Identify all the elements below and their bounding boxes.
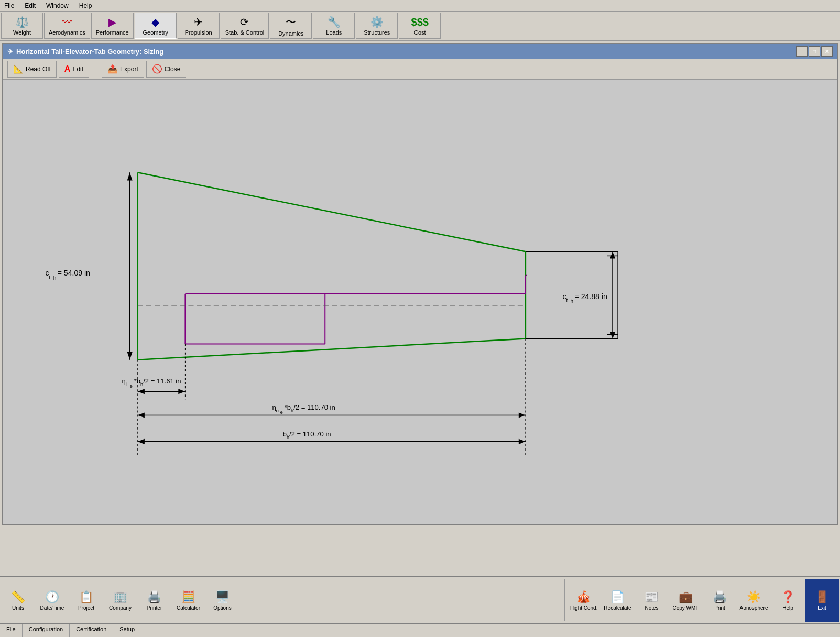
perf-icon: ▶ bbox=[108, 16, 116, 28]
bottom-toolbar: 📏 Units 🕐 Date/Time 📋 Project 🏢 Company … bbox=[0, 576, 840, 623]
company-button[interactable]: 🏢 Company bbox=[103, 579, 137, 622]
units-button[interactable]: 📏 Units bbox=[1, 579, 35, 622]
tab-geo-label: Geometry bbox=[143, 29, 168, 36]
printer-icon: 🖨️ bbox=[147, 590, 161, 604]
notes-icon: 📰 bbox=[645, 590, 659, 604]
dyn-icon: 〜 bbox=[286, 15, 296, 29]
status-tab-certification[interactable]: Certification bbox=[70, 624, 113, 637]
tab-prop-label: Propulsion bbox=[185, 29, 212, 36]
menu-help[interactable]: Help bbox=[77, 2, 94, 9]
calculator-icon: 🧮 bbox=[181, 590, 195, 604]
print-icon: 🖨️ bbox=[713, 590, 727, 604]
tab-stab-control[interactable]: ⟳ Stab. & Control bbox=[221, 13, 269, 39]
exit-icon: 🚪 bbox=[815, 590, 829, 604]
window-controls: _ □ ✕ bbox=[796, 46, 833, 57]
menu-file[interactable]: File bbox=[2, 2, 16, 9]
copy-wmf-icon: 💼 bbox=[679, 590, 693, 604]
svg-text:ηo: ηo bbox=[272, 403, 279, 413]
tab-performance[interactable]: ▶ Performance bbox=[91, 13, 134, 39]
window-titlebar: ✈ Horizontal Tail-Elevator-Tab Geometry:… bbox=[3, 44, 837, 59]
tab-loads-label: Loads bbox=[326, 29, 342, 36]
tab-perf-label: Performance bbox=[96, 29, 129, 36]
project-button[interactable]: 📋 Project bbox=[69, 579, 103, 622]
calculator-button[interactable]: 🧮 Calculator bbox=[171, 579, 205, 622]
tab-cost[interactable]: $$$ Cost bbox=[399, 13, 441, 39]
svg-marker-31 bbox=[178, 389, 185, 394]
svg-marker-10 bbox=[610, 251, 615, 258]
svg-marker-43 bbox=[519, 439, 526, 444]
recalculate-button[interactable]: 📄 Recalculate bbox=[601, 579, 635, 622]
drawing-area: cr h = 54.09 in ct h = 24.88 in ηi e *bh… bbox=[3, 80, 837, 524]
edit-button[interactable]: A Edit bbox=[59, 61, 89, 78]
svg-line-1 bbox=[138, 172, 526, 251]
read-off-button[interactable]: 📐 Read Off bbox=[7, 61, 57, 78]
printer-label: Printer bbox=[147, 605, 162, 611]
status-tab-file[interactable]: File bbox=[0, 624, 23, 637]
close-label: Close bbox=[165, 65, 181, 73]
toolbar: 📐 Read Off A Edit 📤 Export 🚫 Close bbox=[3, 59, 837, 80]
svg-text:h: h bbox=[570, 299, 573, 304]
svg-marker-42 bbox=[138, 439, 145, 444]
options-button[interactable]: 🖥️ Options bbox=[205, 579, 239, 622]
copy-wmf-label: Copy WMF bbox=[673, 605, 699, 611]
stab-icon: ⟳ bbox=[240, 16, 249, 28]
help-icon: ❓ bbox=[781, 590, 795, 604]
flight-cond-button[interactable]: 🎪 Flight Cond. bbox=[566, 579, 601, 622]
tab-bar: ⚖️ Weight 〰 Aerodynamics ▶ Performance ◆… bbox=[0, 12, 840, 41]
tab-structures[interactable]: ⚙️ Structures bbox=[356, 13, 398, 39]
printer-button[interactable]: 🖨️ Printer bbox=[137, 579, 171, 622]
minimize-button[interactable]: _ bbox=[796, 46, 808, 57]
export-icon: 📤 bbox=[107, 64, 118, 74]
svg-line-2 bbox=[138, 338, 526, 359]
exit-button[interactable]: 🚪 Exit bbox=[805, 579, 839, 622]
company-label: Company bbox=[109, 605, 132, 611]
project-label: Project bbox=[78, 605, 94, 611]
maximize-button[interactable]: □ bbox=[809, 46, 820, 57]
tab-weight-label: Weight bbox=[13, 29, 31, 36]
copy-wmf-button[interactable]: 💼 Copy WMF bbox=[669, 579, 703, 622]
atmosphere-button[interactable]: ☀️ Atmosphere bbox=[737, 579, 771, 622]
tab-weight[interactable]: ⚖️ Weight bbox=[1, 13, 43, 39]
options-icon: 🖥️ bbox=[215, 590, 230, 604]
svg-marker-37 bbox=[519, 412, 526, 418]
read-off-label: Read Off bbox=[26, 65, 51, 73]
loads-icon: 🔧 bbox=[328, 16, 341, 28]
tab-dynamics[interactable]: 〜 Dynamics bbox=[270, 13, 312, 39]
svg-text:*bh/2 = 110.70 in: *bh/2 = 110.70 in bbox=[285, 403, 335, 413]
status-tab-setup[interactable]: Setup bbox=[113, 624, 141, 637]
help-label: Help bbox=[782, 605, 793, 611]
geo-icon: ◆ bbox=[151, 16, 159, 28]
window-icon: ✈ bbox=[7, 48, 13, 56]
tab-loads[interactable]: 🔧 Loads bbox=[313, 13, 355, 39]
svg-text:e: e bbox=[130, 383, 133, 389]
close-window-button[interactable]: 🚫 Close bbox=[146, 61, 187, 78]
tab-struct-label: Structures bbox=[364, 29, 390, 36]
edit-label: Edit bbox=[72, 65, 83, 73]
svg-marker-21 bbox=[127, 172, 133, 180]
datetime-button[interactable]: 🕐 Date/Time bbox=[35, 579, 69, 622]
notes-label: Notes bbox=[645, 605, 658, 611]
menu-window[interactable]: Window bbox=[44, 2, 71, 9]
units-label: Units bbox=[12, 605, 24, 611]
tab-aero-label: Aerodynamics bbox=[49, 29, 85, 36]
read-off-icon: 📐 bbox=[13, 64, 24, 74]
print-button[interactable]: 🖨️ Print bbox=[703, 579, 737, 622]
tab-geometry[interactable]: ◆ Geometry bbox=[135, 13, 177, 39]
bottom-status-bar: File Configuration Certification Setup bbox=[0, 623, 840, 637]
tab-cost-label: Cost bbox=[414, 29, 426, 36]
svg-text:ct: ct bbox=[562, 292, 568, 303]
close-button[interactable]: ✕ bbox=[821, 46, 833, 57]
export-button[interactable]: 📤 Export bbox=[102, 61, 144, 78]
notes-button[interactable]: 📰 Notes bbox=[635, 579, 669, 622]
menu-edit[interactable]: Edit bbox=[23, 2, 38, 9]
tab-aerodynamics[interactable]: 〰 Aerodynamics bbox=[44, 13, 90, 39]
svg-marker-22 bbox=[127, 352, 133, 360]
company-icon: 🏢 bbox=[113, 590, 127, 604]
svg-marker-36 bbox=[138, 412, 145, 418]
status-tab-configuration[interactable]: Configuration bbox=[23, 624, 70, 637]
help-button[interactable]: ❓ Help bbox=[771, 579, 805, 622]
struct-icon: ⚙️ bbox=[370, 16, 384, 28]
tab-propulsion[interactable]: ✈ Propulsion bbox=[178, 13, 220, 39]
options-label: Options bbox=[213, 605, 231, 611]
svg-text:ηi: ηi bbox=[122, 377, 127, 387]
